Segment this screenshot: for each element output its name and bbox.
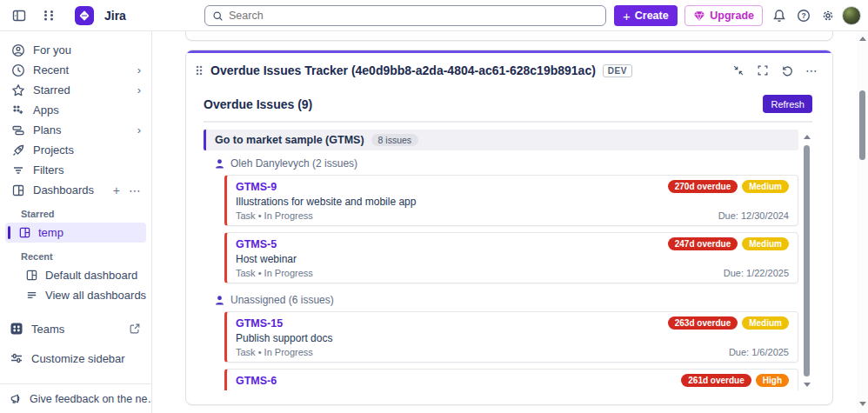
priority-badge: Medium bbox=[742, 316, 789, 330]
recent-section-heading: Recent bbox=[0, 243, 151, 265]
sidebar-item-projects[interactable]: Projects bbox=[0, 140, 151, 160]
search-input[interactable] bbox=[229, 10, 598, 22]
issue-key-link[interactable]: GTMS-9 bbox=[236, 181, 277, 193]
sidebar-item-recent[interactable]: Recent › bbox=[0, 60, 151, 80]
issue-type-status: Task • In Progress bbox=[236, 210, 313, 221]
sidebar-item-for-you[interactable]: For you bbox=[0, 40, 151, 60]
divider bbox=[204, 121, 812, 123]
plans-icon bbox=[11, 123, 25, 137]
sidebar-item-temp-dashboard[interactable]: temp bbox=[5, 223, 146, 243]
assignee-group-header: Unassigned (6 issues) bbox=[214, 293, 798, 307]
page-scrollbar[interactable] bbox=[857, 31, 868, 413]
settings-gear-icon[interactable] bbox=[818, 5, 838, 26]
dashboard-icon bbox=[17, 226, 31, 240]
more-options-icon[interactable]: ⋯ bbox=[803, 62, 820, 79]
project-group-name: Go to market sample (GTMS) bbox=[215, 134, 364, 146]
plus-icon: + bbox=[623, 9, 631, 23]
scroll-up-arrow[interactable] bbox=[804, 135, 811, 139]
external-link-icon bbox=[129, 323, 141, 335]
add-dashboard-icon[interactable]: + bbox=[113, 183, 120, 197]
priority-badge: Medium bbox=[742, 237, 789, 250]
create-button[interactable]: + Create bbox=[614, 5, 678, 26]
svg-text:?: ? bbox=[801, 11, 805, 20]
sidebar-item-dashboards[interactable]: Dashboards + ⋯ bbox=[0, 180, 151, 200]
dashboard-icon bbox=[11, 183, 25, 197]
megaphone-icon bbox=[10, 392, 23, 405]
sidebar-toggle-icon[interactable] bbox=[9, 5, 30, 26]
overdue-badge: 270d overdue bbox=[668, 180, 738, 193]
overdue-badge: 261d overdue bbox=[681, 374, 751, 387]
overdue-badge: 247d overdue bbox=[668, 237, 738, 250]
project-group-header: Go to market sample (GTMS) 8 issues bbox=[204, 130, 798, 150]
fullscreen-icon[interactable] bbox=[754, 62, 771, 79]
sidebar-item-starred[interactable]: Starred › bbox=[0, 80, 151, 100]
gadget-title: Overdue Issues Tracker (4e0d9bb8-a2da-48… bbox=[210, 63, 596, 77]
app-name: Jira bbox=[104, 9, 126, 23]
issue-due-date: Due: 12/30/2024 bbox=[718, 210, 789, 221]
issue-type-status: Task • In Progress bbox=[236, 347, 313, 357]
apps-grid-icon bbox=[11, 103, 25, 117]
sidebar-item-default-dashboard[interactable]: Default dashboard bbox=[0, 265, 151, 285]
issue-summary: Host webinar bbox=[236, 253, 789, 265]
jira-logo[interactable] bbox=[75, 6, 94, 25]
issues-list-scrollbar[interactable] bbox=[802, 131, 812, 390]
refresh-history-icon[interactable] bbox=[778, 62, 796, 79]
priority-badge: Medium bbox=[742, 180, 789, 193]
issue-key-link[interactable]: GTMS-5 bbox=[236, 238, 277, 250]
notifications-icon[interactable] bbox=[769, 5, 790, 26]
issue-summary: Illustrations for website and mobile app bbox=[236, 196, 789, 208]
scroll-up-arrow[interactable] bbox=[859, 37, 866, 41]
chevron-right-icon[interactable]: › bbox=[137, 123, 143, 137]
starred-section-heading: Starred bbox=[0, 200, 151, 223]
chevron-right-icon[interactable]: › bbox=[137, 63, 143, 77]
priority-badge: High bbox=[756, 374, 789, 387]
dashboards-more-icon[interactable]: ⋯ bbox=[129, 183, 141, 197]
scroll-down-arrow[interactable] bbox=[859, 402, 866, 406]
gem-icon bbox=[693, 10, 705, 22]
customize-sidebar-button[interactable]: Customize sidebar bbox=[0, 347, 151, 370]
teams-icon bbox=[10, 322, 23, 336]
sidebar-item-teams[interactable]: Teams bbox=[0, 317, 151, 340]
chevron-right-icon[interactable]: › bbox=[137, 83, 143, 97]
issue-key-link[interactable]: GTMS-15 bbox=[236, 317, 283, 330]
star-icon bbox=[11, 83, 25, 97]
scroll-down-arrow[interactable] bbox=[804, 383, 811, 387]
help-icon[interactable]: ? bbox=[793, 5, 814, 26]
rocket-icon bbox=[11, 143, 25, 157]
clock-icon bbox=[11, 63, 25, 77]
issue-key-link[interactable]: GTMS-6 bbox=[236, 375, 277, 387]
person-icon bbox=[214, 295, 225, 306]
assignee-group-header: Oleh Danylevych (2 issues) bbox=[214, 157, 798, 170]
scrollbar-thumb[interactable] bbox=[859, 90, 865, 160]
collapse-icon[interactable] bbox=[730, 62, 747, 79]
refresh-button[interactable]: Refresh bbox=[763, 95, 812, 113]
scrollbar-thumb[interactable] bbox=[804, 145, 810, 376]
issue-card-gtms-5[interactable]: GTMS-5 247d overdue Medium Host webinar … bbox=[224, 232, 798, 283]
user-avatar[interactable] bbox=[842, 6, 861, 25]
list-lines-icon bbox=[24, 289, 38, 303]
search-icon bbox=[212, 10, 224, 22]
issue-card-gtms-9[interactable]: GTMS-9 270d overdue Medium Illustrations… bbox=[224, 175, 798, 226]
upgrade-button[interactable]: Upgrade bbox=[684, 5, 763, 26]
issue-summary: Create positioning and messaging for new… bbox=[236, 390, 789, 390]
previous-gadget-partial bbox=[185, 31, 833, 41]
issues-scroll-area: Go to market sample (GTMS) 8 issues Oleh… bbox=[204, 130, 812, 390]
person-circle-icon bbox=[11, 43, 25, 57]
issue-card-gtms-15[interactable]: GTMS-15 263d overdue Medium Publish supp… bbox=[224, 311, 798, 363]
issue-card-gtms-6[interactable]: GTMS-6 261d overdue High Create position… bbox=[224, 369, 798, 390]
selected-indicator bbox=[8, 226, 10, 239]
give-feedback-button[interactable]: Give feedback on the ne… bbox=[0, 383, 151, 413]
search-bar[interactable] bbox=[204, 5, 606, 26]
dashboard-content: Overdue Issues Tracker (4e0d9bb8-a2da-48… bbox=[152, 31, 868, 413]
sidebar-item-filters[interactable]: Filters bbox=[0, 160, 151, 180]
sidebar-item-view-all-dashboards[interactable]: View all dashboards bbox=[0, 285, 151, 305]
top-bar: Jira + Create Upgrade ? bbox=[0, 0, 868, 31]
sidebar: For you Recent › Starred › Apps bbox=[0, 31, 152, 413]
drag-handle-icon[interactable] bbox=[195, 64, 204, 77]
person-icon bbox=[214, 158, 225, 170]
issue-due-date: Due: 1/6/2025 bbox=[729, 347, 789, 357]
app-switcher-icon[interactable] bbox=[38, 5, 59, 26]
overdue-badge: 263d overdue bbox=[668, 316, 738, 330]
sidebar-item-apps[interactable]: Apps bbox=[0, 100, 151, 120]
sidebar-item-plans[interactable]: Plans › bbox=[0, 120, 151, 140]
